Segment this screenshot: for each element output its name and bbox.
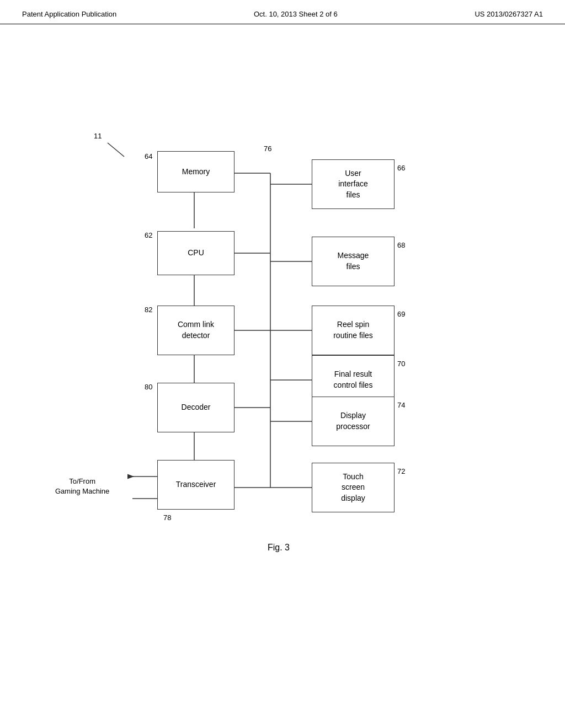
label-62: 62	[145, 231, 152, 239]
label-74: 74	[397, 401, 405, 409]
decoder-box: Decoder	[157, 383, 234, 432]
label-69: 69	[397, 310, 405, 318]
user-interface-box: User interface files	[312, 159, 395, 209]
touch-screen-box: Touch screen display	[312, 463, 395, 512]
memory-box: Memory	[157, 151, 234, 192]
header-left: Patent Application Publication	[22, 10, 116, 18]
header-right: US 2013/0267327 A1	[475, 10, 543, 18]
display-processor-box: Display processor	[312, 397, 395, 446]
connection-lines	[0, 24, 565, 686]
transceiver-box: Transceiver	[157, 460, 234, 510]
label-82: 82	[145, 306, 152, 314]
page-header: Patent Application Publication Oct. 10, …	[0, 0, 565, 24]
cpu-box: CPU	[157, 231, 234, 275]
message-files-box: Message files	[312, 237, 395, 286]
label-64: 64	[145, 152, 152, 160]
diagram-area: Memory CPU Comm link detector Decoder Tr…	[0, 24, 565, 686]
header-center: Oct. 10, 2013 Sheet 2 of 6	[254, 10, 338, 18]
to-from-label: To/From Gaming Machine	[55, 477, 109, 496]
label-78: 78	[163, 513, 171, 522]
svg-line-18	[108, 143, 124, 157]
label-80: 80	[145, 383, 152, 391]
comm-link-box: Comm link detector	[157, 306, 234, 355]
label-11: 11	[94, 132, 102, 140]
label-72: 72	[397, 467, 405, 475]
label-70: 70	[397, 360, 405, 368]
label-68: 68	[397, 241, 405, 249]
reel-spin-box: Reel spin routine files	[312, 306, 395, 355]
label-76: 76	[264, 144, 271, 153]
label-66: 66	[397, 164, 405, 172]
fig-caption: Fig. 3	[237, 543, 320, 553]
